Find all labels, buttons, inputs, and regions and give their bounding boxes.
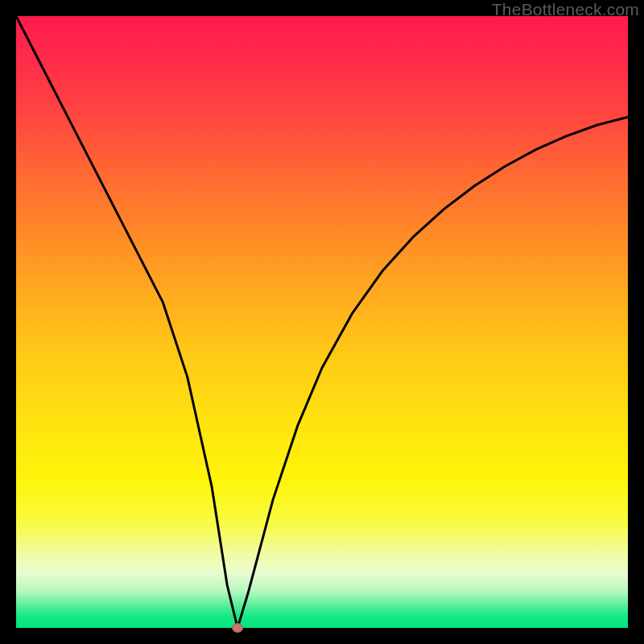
plot-area — [16, 16, 628, 628]
curve-svg — [16, 16, 628, 628]
optimum-marker — [233, 624, 243, 633]
bottleneck-curve — [16, 16, 628, 628]
chart-frame: TheBottleneck.com — [0, 0, 644, 644]
watermark-text: TheBottleneck.com — [492, 0, 639, 19]
